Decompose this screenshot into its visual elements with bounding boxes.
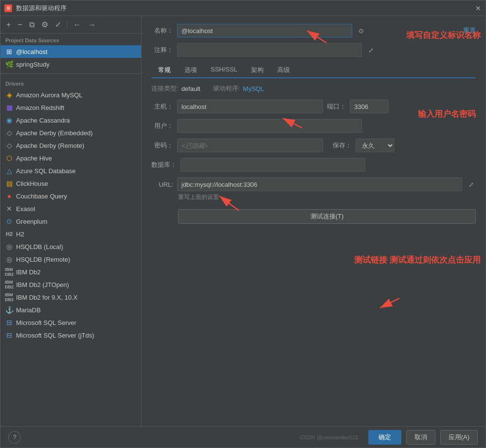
azure-icon: △: [5, 167, 13, 175]
driver-clickhouse[interactable]: ▤ ClickHouse: [0, 177, 141, 190]
url-expand-icon[interactable]: ⤢: [466, 179, 476, 189]
driver-mariadb[interactable]: ⚓ MariaDB: [0, 304, 141, 316]
driver-apache-hive-label: Apache Hive: [16, 155, 136, 162]
tab-general[interactable]: 常规: [151, 63, 178, 78]
driver-amazon-aurora-mysql[interactable]: ◈ Amazon Aurora MySQL: [0, 89, 141, 101]
driver-apache-hive[interactable]: ⬡ Apache Hive: [0, 152, 141, 164]
check-button[interactable]: ✓: [53, 19, 63, 30]
ok-button[interactable]: 确定: [368, 430, 401, 445]
cancel-button[interactable]: 取消: [406, 430, 435, 445]
name-label: 名称：: [151, 26, 173, 35]
driver-microsoft-sql-server-jtds-label: Microsoft SQL Server (jTds): [16, 332, 136, 339]
db-row: 数据库：: [151, 158, 476, 172]
port-input[interactable]: [350, 100, 389, 113]
tab-schema[interactable]: 架构: [244, 63, 270, 78]
app-icon: ⊞: [4, 4, 12, 12]
driver-apache-derby-embedded-label: Apache Derby (Embedded): [16, 129, 136, 137]
name-input[interactable]: [177, 24, 352, 37]
greenplum-icon: ⊙: [5, 217, 13, 225]
driver-exasol-label: Exasol: [16, 205, 136, 213]
driver-apache-cassandra-label: Apache Cassandra: [16, 117, 136, 124]
reset-button[interactable]: 重置: [463, 26, 476, 35]
save-label: 保存：: [333, 141, 352, 150]
pwd-input[interactable]: [177, 139, 323, 152]
driver-apache-cassandra[interactable]: ◉ Apache Cassandra: [0, 114, 141, 126]
driver-greenplum[interactable]: ⊙ Greenplum: [0, 215, 141, 228]
hsqldb-remote-icon: ◎: [5, 255, 13, 263]
couchbase-icon: ●: [5, 192, 13, 200]
exasol-icon: ✕: [5, 205, 13, 213]
driver-ibm-db2-9x-10x[interactable]: IBM DB2 IBM Db2 for 9.X, 10.X: [0, 291, 141, 304]
tab-ssh-ssl[interactable]: SSH/SSL: [204, 63, 244, 78]
driver-amazon-redshift[interactable]: ▦ Amazon Redshift: [0, 101, 141, 114]
expand-icon[interactable]: ⊙: [356, 26, 366, 36]
host-label: 主机：: [151, 102, 173, 111]
db-icon: ⊞: [5, 48, 13, 55]
driver-ibm-db2-jtopen[interactable]: IBM DB2 IBM Db2 (JTOpen): [0, 278, 141, 291]
help-button[interactable]: ?: [8, 431, 21, 444]
comment-expand-icon[interactable]: ⤢: [366, 45, 376, 55]
conn-type-value[interactable]: default: [181, 85, 200, 92]
apply-button[interactable]: 应用(A): [440, 430, 478, 445]
h2-icon: H2: [5, 230, 13, 238]
redshift-icon: ▦: [5, 104, 13, 111]
driver-value[interactable]: MySQL: [243, 85, 264, 92]
driver-exasol[interactable]: ✕ Exasol: [0, 202, 141, 215]
host-input[interactable]: [177, 100, 323, 113]
driver-amazon-redshift-label: Amazon Redshift: [16, 104, 136, 111]
driver-hsqldb-remote[interactable]: ◎ HSQLDB (Remote): [0, 253, 141, 266]
conn-type-row: 连接类型: default 驱动程序: MySQL: [151, 84, 476, 93]
amazon-aurora-icon: ◈: [5, 91, 13, 99]
driver-clickhouse-label: ClickHouse: [16, 180, 136, 187]
driver-ibm-db2-jtopen-label: IBM Db2 (JTOpen): [16, 281, 136, 288]
comment-input[interactable]: [177, 43, 362, 57]
copy-button[interactable]: ⧉: [27, 19, 36, 30]
driver-greenplum-label: Greenplum: [16, 218, 136, 225]
driver-h2[interactable]: H2 H2: [0, 228, 141, 240]
save-select[interactable]: 永久: [356, 139, 395, 152]
url-input[interactable]: [177, 178, 462, 191]
derby-remote-icon: ◇: [5, 142, 13, 149]
bottom-bar: ? CSDN @yaoxiaodao521 确定 取消 应用(A): [0, 426, 486, 448]
add-button[interactable]: +: [4, 19, 13, 30]
db-label: 数据库：: [151, 161, 177, 169]
driver-microsoft-sql-server-jtds[interactable]: ⊟ Microsoft SQL Server (jTds): [0, 329, 141, 341]
cassandra-icon: ◉: [5, 116, 13, 124]
drivers-list: ◈ Amazon Aurora MySQL ▦ Amazon Redshift …: [0, 89, 141, 426]
right-panel: 名称： ⊙ 重置 注释： ⤢ 常规 选项 SSH/SSL 架构 高级 连: [142, 16, 486, 426]
driver-ibm-db2-label: IBM Db2: [16, 269, 136, 276]
annotation-test: 测试链接 测试通过则依次点击应用: [354, 254, 481, 266]
hsqldb-local-icon: ◎: [5, 243, 13, 251]
spring-icon: 🌿: [5, 60, 13, 68]
tab-options[interactable]: 选项: [178, 63, 204, 78]
drivers-section-header: Drivers: [0, 77, 141, 89]
driver-hsqldb-remote-label: HSQLDB (Remote): [16, 256, 136, 263]
user-input[interactable]: [177, 119, 362, 133]
driver-microsoft-sql-server[interactable]: ⊟ Microsoft SQL Server: [0, 316, 141, 329]
remove-button[interactable]: −: [16, 19, 24, 30]
driver-azure-sql-database[interactable]: △ Azure SQL Database: [0, 164, 141, 177]
toolbar-divider: [67, 21, 68, 29]
driver-apache-derby-embedded[interactable]: ◇ Apache Derby (Embedded): [0, 126, 141, 139]
left-panel: + − ⧉ ⚙ ✓ ← → Project Data Sources ⊞ @lo…: [0, 16, 142, 426]
forward-button[interactable]: →: [86, 19, 98, 30]
tree-item-springstudy[interactable]: 🌿 springStudy: [0, 58, 141, 71]
driver-ibm-db2[interactable]: IBM DB2 IBM Db2: [0, 266, 141, 278]
tree-item-springstudy-label: springStudy: [16, 61, 136, 68]
ibm-db2-9x-icon: IBM DB2: [5, 293, 13, 301]
window-title: 数据源和驱动程序: [16, 4, 475, 13]
back-button[interactable]: ←: [72, 19, 83, 30]
db-input[interactable]: [180, 158, 365, 172]
settings-button[interactable]: ⚙: [39, 19, 50, 30]
driver-apache-derby-remote[interactable]: ◇ Apache Derby (Remote): [0, 139, 141, 152]
tab-advanced[interactable]: 高级: [270, 63, 297, 78]
url-label: URL:: [151, 181, 173, 188]
tree-item-localhost[interactable]: ⊞ @localhost: [0, 45, 141, 58]
title-bar: ⊞ 数据源和驱动程序 ✕: [0, 0, 486, 16]
driver-couchbase-query[interactable]: ● Couchbase Query: [0, 190, 141, 202]
driver-hsqldb-local[interactable]: ◎ HSQLDB (Local): [0, 240, 141, 253]
close-button[interactable]: ✕: [475, 5, 482, 12]
driver-ibm-db2-9x-10x-label: IBM Db2 for 9.X, 10.X: [16, 294, 136, 301]
driver-h2-label: H2: [16, 231, 136, 238]
test-connection-button[interactable]: 测试连接(T): [178, 209, 476, 224]
